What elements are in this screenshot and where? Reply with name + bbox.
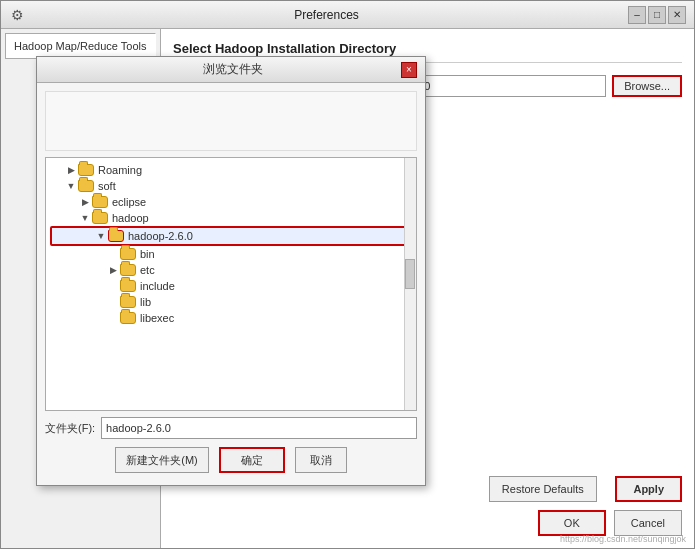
etc-folder-icon xyxy=(120,264,136,276)
tree-item-roaming[interactable]: Roaming xyxy=(50,162,412,178)
dialog-title-bar: 浏览文件夹 × xyxy=(37,57,425,83)
tree-item-etc[interactable]: etc xyxy=(50,262,412,278)
hadoop260-arrow xyxy=(94,231,108,241)
tree-item-hadoop[interactable]: hadoop xyxy=(50,210,412,226)
eclipse-arrow xyxy=(78,197,92,207)
window-icon: ⚙ xyxy=(9,7,25,23)
window-title: Preferences xyxy=(25,8,628,22)
ok-cancel-row: OK Cancel xyxy=(173,510,682,536)
eclipse-label: eclipse xyxy=(112,196,146,208)
new-folder-button[interactable]: 新建文件夹(M) xyxy=(115,447,209,473)
hadoop-arrow xyxy=(78,213,92,223)
dialog-title: 浏览文件夹 xyxy=(65,61,401,78)
dialog-footer: 文件夹(F): 新建文件夹(M) 确定 取消 xyxy=(45,411,417,477)
dialog-cancel-button[interactable]: 取消 xyxy=(295,447,347,473)
maximize-button[interactable]: □ xyxy=(648,6,666,24)
restore-defaults-button[interactable]: Restore Defaults xyxy=(489,476,597,502)
libexec-folder-icon xyxy=(120,312,136,324)
soft-arrow xyxy=(64,181,78,191)
lib-label: lib xyxy=(140,296,151,308)
apply-button[interactable]: Apply xyxy=(615,476,682,502)
tree-item-hadoop-260[interactable]: hadoop-2.6.0 xyxy=(50,226,412,246)
minimize-button[interactable]: – xyxy=(628,6,646,24)
browse-button[interactable]: Browse... xyxy=(612,75,682,97)
dialog-location-area xyxy=(45,91,417,151)
hadoop-label: hadoop xyxy=(112,212,149,224)
dialog-confirm-button[interactable]: 确定 xyxy=(219,447,285,473)
tree-item-include[interactable]: include xyxy=(50,278,412,294)
hadoop260-folder-icon xyxy=(108,230,124,242)
filename-input[interactable] xyxy=(101,417,417,439)
roaming-arrow xyxy=(64,165,78,175)
hadoop260-label: hadoop-2.6.0 xyxy=(128,230,193,242)
tree-item-soft[interactable]: soft xyxy=(50,178,412,194)
lib-folder-icon xyxy=(120,296,136,308)
etc-arrow xyxy=(106,265,120,275)
include-folder-icon xyxy=(120,280,136,292)
bin-label: bin xyxy=(140,248,155,260)
soft-folder-icon xyxy=(78,180,94,192)
dialog-action-row: 新建文件夹(M) 确定 取消 xyxy=(45,447,417,473)
tree-item-bin[interactable]: bin xyxy=(50,246,412,262)
filename-row: 文件夹(F): xyxy=(45,417,417,439)
roaming-folder-icon xyxy=(78,164,94,176)
scrollbar-thumb[interactable] xyxy=(405,259,415,289)
title-bar: ⚙ Preferences – □ ✕ xyxy=(1,1,694,29)
ok-button[interactable]: OK xyxy=(538,510,606,536)
soft-label: soft xyxy=(98,180,116,192)
cancel-button[interactable]: Cancel xyxy=(614,510,682,536)
tree-scrollbar[interactable] xyxy=(404,158,416,410)
dialog-close-button[interactable]: × xyxy=(401,62,417,78)
libexec-label: libexec xyxy=(140,312,174,324)
tree-item-lib[interactable]: lib xyxy=(50,294,412,310)
title-bar-controls: – □ ✕ xyxy=(628,6,686,24)
eclipse-folder-icon xyxy=(92,196,108,208)
watermark: https://blog.csdn.net/sunqingjok xyxy=(560,534,686,544)
bin-folder-icon xyxy=(120,248,136,260)
file-browser-dialog: 浏览文件夹 × Roaming soft xyxy=(36,56,426,486)
tree-item-eclipse[interactable]: eclipse xyxy=(50,194,412,210)
tree-item-libexec[interactable]: libexec xyxy=(50,310,412,326)
tree-area[interactable]: Roaming soft eclipse xyxy=(45,157,417,411)
dialog-body: Roaming soft eclipse xyxy=(37,83,425,485)
close-window-button[interactable]: ✕ xyxy=(668,6,686,24)
roaming-label: Roaming xyxy=(98,164,142,176)
filename-label: 文件夹(F): xyxy=(45,421,95,436)
hadoop-folder-icon xyxy=(92,212,108,224)
etc-label: etc xyxy=(140,264,155,276)
preferences-window: ⚙ Preferences – □ ✕ Hadoop Map/Reduce To… xyxy=(0,0,695,549)
include-label: include xyxy=(140,280,175,292)
